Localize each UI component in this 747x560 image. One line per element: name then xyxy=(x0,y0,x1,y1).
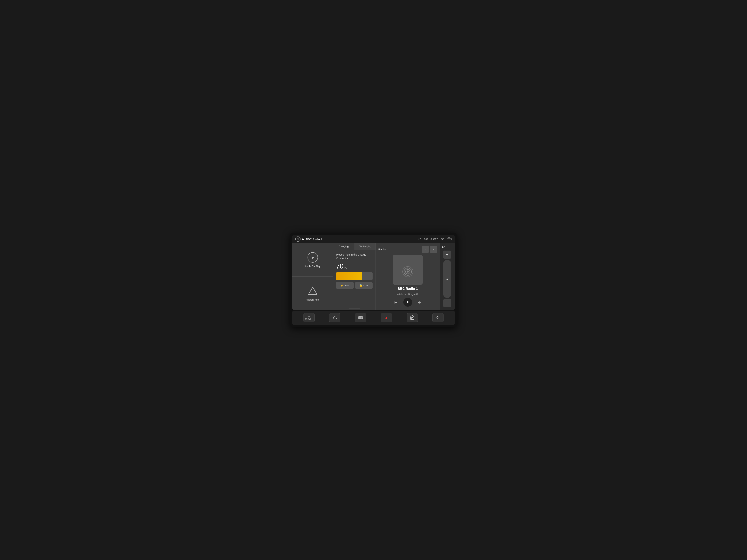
home-button[interactable] xyxy=(407,313,418,322)
front-defrost-icon xyxy=(332,315,337,321)
battery-bar xyxy=(336,272,372,280)
android-auto-item[interactable]: Android Auto xyxy=(292,277,333,310)
carplay-icon-container xyxy=(307,252,318,263)
svg-point-0 xyxy=(298,239,298,239)
charging-action-buttons: ⚡ Start 🔒 Lock xyxy=(336,282,372,289)
radio-label: Radio xyxy=(378,248,386,251)
play-indicator: ▶ xyxy=(302,238,304,241)
plug-message: Please Plug in the Charge Connector xyxy=(336,253,372,260)
carplay-label: Apple CarPlay xyxy=(305,265,320,268)
status-bar: ▶ BBC Radio 1 -°C A/C ❄ OFF xyxy=(292,235,455,243)
physical-buttons-row: ❄ON/OFF xyxy=(292,311,455,325)
svg-point-3 xyxy=(447,239,448,240)
hazard-button[interactable]: ▲ xyxy=(381,313,392,322)
charging-tabs: Charging Discharging xyxy=(333,243,376,250)
android-auto-icon xyxy=(308,286,318,296)
charging-content: Please Plug in the Charge Connector 70 %… xyxy=(333,250,376,308)
svg-point-4 xyxy=(450,239,451,240)
fan-onoff-button[interactable]: ❄ON/OFF xyxy=(304,313,315,322)
charging-tab[interactable]: Charging xyxy=(333,243,354,250)
radio-station-name: BBC Radio 1 xyxy=(378,287,437,291)
ac-temperature-control: + 🌡 − xyxy=(442,250,453,307)
rear-defrost-icon xyxy=(358,315,363,321)
volume-icon xyxy=(436,315,440,320)
main-screen: Apple CarPlay Android Auto Charging xyxy=(292,243,455,310)
radio-playback-controls: ⏮ ⏸ ⏭ xyxy=(378,298,437,307)
status-bar-station: BBC Radio 1 xyxy=(306,238,322,241)
radio-prev-button[interactable]: ‹ xyxy=(422,246,429,253)
temp-label: -°C xyxy=(418,238,421,241)
android-auto-icon-container xyxy=(307,285,318,296)
radio-nav-buttons: ‹ › xyxy=(422,246,437,253)
thermometer-icon: 🌡 xyxy=(445,277,449,281)
radio-header: Radio ‹ › xyxy=(378,246,437,253)
volume-button[interactable] xyxy=(432,313,443,322)
charging-panel: Charging Discharging Please Plug in the … xyxy=(333,243,376,310)
lightning-icon: ⚡ xyxy=(340,284,343,287)
fan-status: ❄ OFF xyxy=(430,238,438,241)
skip-forward-button[interactable]: ⏭ xyxy=(416,298,423,306)
hazard-triangle-icon: ▲ xyxy=(384,315,388,320)
rear-defrost-button[interactable] xyxy=(355,313,366,322)
scroll-hint xyxy=(349,309,360,309)
fan-onoff-icon: ❄ON/OFF xyxy=(305,315,313,320)
settings-icon[interactable] xyxy=(295,237,301,242)
ac-temp-decrease-button[interactable]: − xyxy=(443,299,451,307)
status-bar-right: -°C A/C ❄ OFF xyxy=(418,237,452,241)
pause-button[interactable]: ⏸ xyxy=(403,298,412,307)
carplay-item[interactable]: Apple CarPlay xyxy=(292,243,333,277)
skip-back-button[interactable]: ⏮ xyxy=(392,298,400,306)
battery-bar-fill xyxy=(336,272,362,280)
android-auto-label: Android Auto xyxy=(306,298,319,301)
home-icon xyxy=(410,315,415,321)
percent-symbol: % xyxy=(344,265,347,269)
ac-panel: AC + 🌡 − xyxy=(440,243,455,310)
apps-panel: Apple CarPlay Android Auto xyxy=(292,243,333,310)
radio-album-art xyxy=(393,255,422,285)
connectivity-icon xyxy=(441,238,444,241)
svg-point-1 xyxy=(442,240,442,240)
radio-wave-icon xyxy=(401,262,415,277)
radio-panel: Radio ‹ › BBC Radio 1 Arielle has Gorgon… xyxy=(376,243,440,310)
ac-status-label: A/C xyxy=(424,238,428,241)
lock-button[interactable]: 🔒 Lock xyxy=(355,282,373,289)
status-bar-left: ▶ BBC Radio 1 xyxy=(295,237,416,242)
lock-icon: 🔒 xyxy=(359,284,362,287)
radio-next-button[interactable]: › xyxy=(430,246,437,253)
radio-show-name: Arielle has Gorgon Ci xyxy=(378,293,437,296)
car-infotainment-frame: ▶ BBC Radio 1 -°C A/C ❄ OFF xyxy=(290,233,457,327)
car-icon xyxy=(446,237,452,241)
ac-slider-track[interactable]: 🌡 xyxy=(443,260,451,298)
ac-label: AC xyxy=(442,246,445,249)
battery-percentage: 70 % xyxy=(336,262,372,270)
ac-temp-increase-button[interactable]: + xyxy=(443,250,451,259)
start-charging-button[interactable]: ⚡ Start xyxy=(336,282,354,289)
carplay-circle-icon xyxy=(308,252,318,263)
discharging-tab[interactable]: Discharging xyxy=(354,243,376,250)
svg-marker-22 xyxy=(436,316,438,319)
front-defrost-button[interactable] xyxy=(329,313,340,322)
